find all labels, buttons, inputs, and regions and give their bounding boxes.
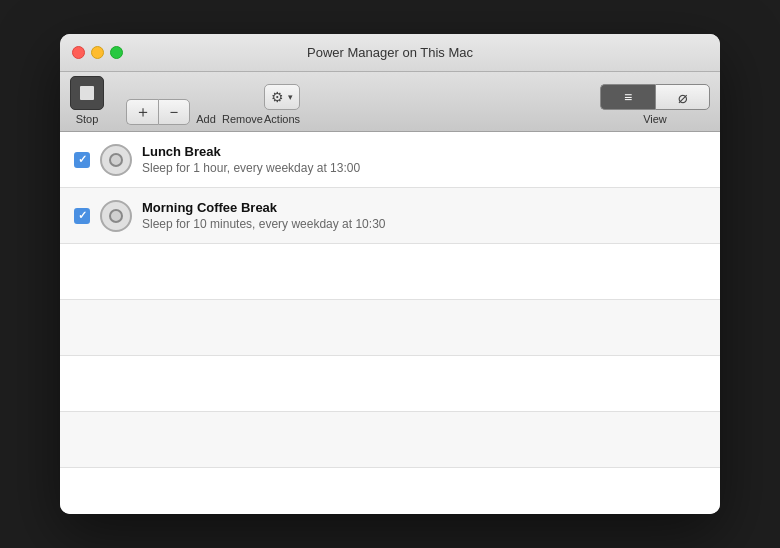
stop-label: Stop bbox=[76, 113, 99, 125]
add-label: Add bbox=[190, 113, 222, 125]
view-label: View bbox=[643, 113, 667, 125]
main-window: Power Manager on This Mac Stop ＋ － Add R… bbox=[60, 34, 720, 514]
stop-button[interactable] bbox=[70, 76, 104, 110]
minimize-button[interactable] bbox=[91, 46, 104, 59]
sleep-icon-1 bbox=[109, 153, 123, 167]
view-toggle-buttons: ≡ ⌀ bbox=[600, 84, 710, 110]
item-subtitle-1: Sleep for 1 hour, every weekday at 13:00 bbox=[142, 161, 360, 175]
remove-btn-group: － bbox=[158, 99, 190, 125]
empty-row bbox=[60, 468, 720, 514]
chart-view-button[interactable]: ⌀ bbox=[655, 84, 710, 110]
empty-row bbox=[60, 244, 720, 300]
list-item: ✓ Morning Coffee Break Sleep for 10 minu… bbox=[60, 188, 720, 244]
view-toggle-group: ≡ ⌀ View bbox=[600, 84, 710, 125]
item-text-2: Morning Coffee Break Sleep for 10 minute… bbox=[142, 200, 385, 231]
actions-label: Actions bbox=[264, 113, 300, 125]
list-view-icon: ≡ bbox=[624, 89, 632, 105]
toolbar: Stop ＋ － Add Remove ⚙ ▾ Actions bbox=[60, 72, 720, 132]
close-button[interactable] bbox=[72, 46, 85, 59]
empty-row bbox=[60, 412, 720, 468]
sleep-icon-2 bbox=[109, 209, 123, 223]
gear-icon: ⚙ bbox=[271, 89, 284, 105]
remove-button[interactable]: － bbox=[158, 99, 190, 125]
item-icon-1 bbox=[100, 144, 132, 176]
actions-button[interactable]: ⚙ ▾ bbox=[264, 84, 300, 110]
list-view-button[interactable]: ≡ bbox=[600, 84, 655, 110]
remove-label: Remove bbox=[222, 113, 254, 125]
check-icon: ✓ bbox=[78, 153, 87, 166]
item-checkbox-1[interactable]: ✓ bbox=[74, 152, 90, 168]
add-button[interactable]: ＋ bbox=[126, 99, 158, 125]
chart-view-icon: ⌀ bbox=[678, 88, 688, 107]
item-icon-2 bbox=[100, 200, 132, 232]
maximize-button[interactable] bbox=[110, 46, 123, 59]
traffic-lights bbox=[72, 46, 123, 59]
item-subtitle-2: Sleep for 10 minutes, every weekday at 1… bbox=[142, 217, 385, 231]
add-btn-group: ＋ bbox=[126, 99, 158, 125]
stop-icon bbox=[80, 86, 94, 100]
item-title-2: Morning Coffee Break bbox=[142, 200, 385, 215]
actions-group: ⚙ ▾ Actions bbox=[264, 84, 300, 125]
stop-group: Stop bbox=[70, 76, 104, 125]
add-group: ＋ － bbox=[126, 99, 190, 125]
item-checkbox-2[interactable]: ✓ bbox=[74, 208, 90, 224]
content-area: ✓ Lunch Break Sleep for 1 hour, every we… bbox=[60, 132, 720, 514]
empty-row bbox=[60, 300, 720, 356]
item-text-1: Lunch Break Sleep for 1 hour, every week… bbox=[142, 144, 360, 175]
actions-chevron-icon: ▾ bbox=[288, 92, 293, 102]
empty-row bbox=[60, 356, 720, 412]
window-title: Power Manager on This Mac bbox=[307, 45, 473, 60]
list-item: ✓ Lunch Break Sleep for 1 hour, every we… bbox=[60, 132, 720, 188]
item-title-1: Lunch Break bbox=[142, 144, 360, 159]
check-icon: ✓ bbox=[78, 209, 87, 222]
title-bar: Power Manager on This Mac bbox=[60, 34, 720, 72]
